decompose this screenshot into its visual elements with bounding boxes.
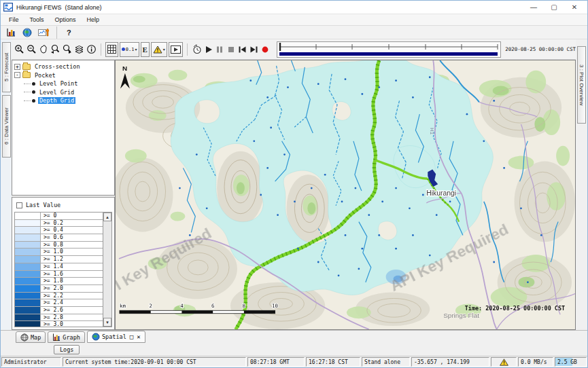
tree-item[interactable]: Level Grid (24, 88, 114, 97)
legend-row[interactable]: >= 1.8 (15, 278, 103, 285)
status-gmt-time: 08:27:18 GMT (247, 357, 305, 367)
minimize-button[interactable]: — (523, 1, 544, 13)
step-back-button[interactable] (237, 43, 247, 56)
play-button[interactable] (203, 43, 213, 56)
menu-help[interactable]: Help (82, 15, 105, 24)
zoom-out-icon[interactable] (27, 43, 37, 56)
pause-button[interactable] (215, 43, 225, 56)
database-display-icon[interactable] (5, 26, 17, 39)
tree-item[interactable]: Level Point (24, 79, 114, 88)
zoom-in-icon[interactable] (14, 43, 25, 56)
scroll-down-icon[interactable]: ▼ (103, 318, 111, 327)
legend-color-swatch (15, 285, 41, 292)
timeline-slider[interactable] (277, 41, 501, 58)
menu-options[interactable]: Options (50, 15, 82, 24)
legend-row-label: >= 1.8 (41, 278, 63, 284)
close-button[interactable]: ✕ (564, 1, 585, 13)
last-value-checkbox[interactable] (16, 202, 22, 208)
legend-row-label: >= 0.8 (41, 242, 63, 249)
zoom-next-icon[interactable] (62, 43, 73, 56)
bar-chart-icon (52, 333, 60, 342)
timeline-extent-bar (279, 52, 498, 56)
legend-row[interactable]: >= 1.0 (15, 249, 103, 256)
tree-item[interactable]: Depth Grid (24, 96, 114, 105)
logs-row: Logs (1, 343, 587, 356)
legend-color-swatch (15, 307, 41, 314)
legend-row[interactable]: >= 0.6 (15, 234, 103, 242)
tab-spatial[interactable]: Spatial □ ✕ (87, 331, 145, 343)
svg-text:km: km (120, 303, 126, 309)
animation-export-button[interactable] (169, 42, 183, 57)
layers-icon[interactable] (74, 43, 85, 56)
status-bar: Administrator Current system time:2020-0… (1, 356, 587, 367)
area-label: Springs Flat (443, 312, 479, 319)
chevron-down-icon: ▾ (163, 47, 165, 52)
tab-graph[interactable]: Graph (48, 331, 85, 343)
timeseries-import-icon[interactable] (37, 26, 50, 39)
legend-toggle-button[interactable]: E (141, 42, 150, 57)
data-viewer-panel: +Cross-section-PocketLevel PointLevel Gr… (12, 60, 115, 330)
legend-row[interactable]: >= 1.2 (15, 256, 103, 263)
legend-row[interactable]: >= 2.2 (15, 293, 103, 300)
status-mode: Stand alone (362, 357, 410, 367)
legend-row[interactable]: >= 3.0 (15, 321, 103, 327)
legend-row-label: >= 1.0 (41, 249, 63, 255)
legend-row[interactable]: >= 1.6 (15, 271, 103, 278)
legend-row[interactable]: >= 2.0 (15, 285, 103, 293)
step-forward-button[interactable] (249, 43, 259, 56)
map-view[interactable]: API Key Required API Key Required Hikura… (115, 60, 576, 330)
spatial-display-icon[interactable] (21, 26, 33, 39)
warning-dropdown-button[interactable]: ▾ (151, 42, 167, 57)
legend-row[interactable]: >= 0.2 (15, 220, 103, 227)
legend-row[interactable]: >= 2.4 (15, 299, 103, 307)
pan-hand-icon[interactable] (38, 43, 49, 56)
map-canvas[interactable]: API Key Required API Key Required Hikura… (116, 60, 575, 329)
maximize-button[interactable]: ▢ (544, 1, 564, 13)
legend-row[interactable]: >= 2.6 (15, 307, 103, 314)
legend-rows: >= 0>= 0.2>= 0.4>= 0.6>= 0.8>= 1.0>= 1.2… (15, 213, 103, 327)
zoom-previous-icon[interactable] (50, 43, 61, 56)
legend-row-label: >= 2.6 (41, 307, 63, 314)
tab-forecast[interactable]: 5 : Forecast (2, 42, 11, 92)
info-icon[interactable] (86, 43, 97, 56)
legend-row[interactable]: >= 2.8 (15, 314, 103, 322)
tree-item-label: Level Grid (38, 89, 75, 96)
tab-data-viewer[interactable]: 6 : Data Viewer (2, 95, 11, 158)
record-button[interactable] (260, 43, 271, 56)
tree-connector (24, 84, 31, 84)
class-interval-dropdown[interactable]: 0.1 ▾ (120, 42, 139, 57)
tree-item-label: Pocket (33, 72, 57, 79)
scroll-up-icon[interactable]: ▲ (103, 213, 111, 221)
tab-map[interactable]: Map (16, 331, 46, 343)
logs-button[interactable]: Logs (54, 345, 80, 354)
legend-scrollbar[interactable]: ▲ ▼ (103, 213, 111, 327)
legend-row[interactable]: >= 0.4 (15, 227, 103, 234)
menu-tools[interactable]: Tools (24, 15, 50, 24)
tree-item-label: Cross-section (33, 63, 82, 70)
status-warning-cell[interactable] (491, 357, 517, 367)
legend-row[interactable]: >= 0 (15, 213, 103, 220)
node-bullet-icon (32, 99, 35, 103)
help-icon[interactable]: ? (64, 29, 74, 37)
stop-button[interactable] (226, 43, 237, 56)
application-window: Hikurangi FEWS (Stand alone) — ▢ ✕ File … (0, 0, 588, 368)
legend-row-label: >= 2.0 (41, 285, 63, 292)
tree-item[interactable]: -Pocket (14, 71, 114, 80)
menu-file[interactable]: File (3, 15, 24, 24)
tree-item[interactable]: +Cross-section (14, 62, 114, 71)
grid-toggle-button[interactable] (105, 42, 118, 57)
globe-blue-icon (92, 333, 100, 341)
filter-tree: +Cross-section-PocketLevel PointLevel Gr… (12, 60, 115, 196)
title-bar: Hikurangi FEWS (Stand alone) — ▢ ✕ (1, 1, 587, 14)
timestep-clock-icon[interactable] (192, 43, 203, 56)
tab-close-icon[interactable]: ✕ (137, 333, 140, 340)
legend-row[interactable]: >= 1.4 (15, 263, 103, 271)
tab-plot-overview[interactable]: 3 : Plot Overview (577, 46, 586, 124)
tab-maximize-icon[interactable]: □ (130, 333, 133, 340)
tree-item-label: Depth Grid (38, 97, 75, 104)
svg-text:10: 10 (272, 303, 278, 309)
tree-expander-icon[interactable]: - (14, 72, 20, 78)
legend-color-swatch (15, 263, 41, 270)
tree-expander-icon[interactable]: + (14, 64, 20, 70)
legend-row[interactable]: >= 0.8 (15, 242, 103, 249)
